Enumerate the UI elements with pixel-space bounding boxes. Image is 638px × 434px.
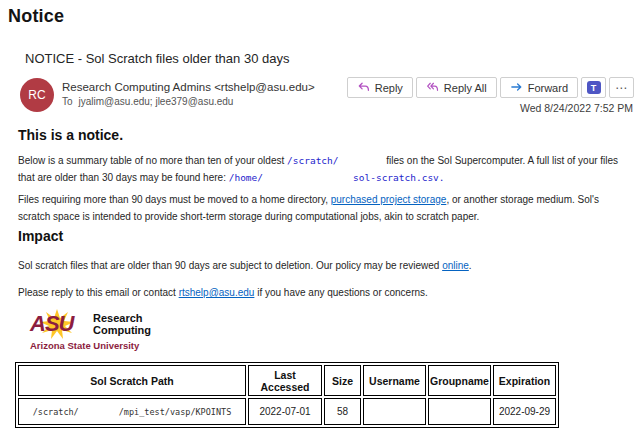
- sent-datetime: Wed 8/24/2022 7:52 PM: [520, 102, 633, 114]
- paragraph-storage-policy: Files requiring more than 90 days must b…: [18, 191, 630, 225]
- forward-label: Forward: [528, 82, 568, 94]
- dept-name: Research Computing: [93, 312, 151, 336]
- header-username: Username: [363, 365, 426, 396]
- header-expiration: Expiration: [493, 365, 556, 396]
- header-sol-scratch-path: Sol Scratch Path: [18, 365, 246, 396]
- teams-icon: T: [587, 81, 601, 94]
- email-action-bar: Reply Reply All Forward T ⋯: [347, 77, 634, 98]
- header-size: Size: [324, 365, 361, 396]
- reply-button[interactable]: Reply: [347, 77, 413, 98]
- cell-groupname: [428, 398, 491, 425]
- redacted-text: [339, 162, 384, 164]
- redacted-text: [79, 413, 119, 415]
- paragraph-contact: Please reply to this email or contact rt…: [18, 284, 630, 301]
- reply-all-button[interactable]: Reply All: [416, 77, 497, 98]
- page-title: Notice: [8, 6, 64, 27]
- cell-size: 58: [324, 398, 361, 425]
- sender-name: Research Computing Admins <rtshelp@asu.e…: [62, 81, 315, 93]
- recipient-addresses: jyalim@asu.edu; jlee379@asu.edu: [79, 96, 234, 107]
- university-name: Arizona State University: [30, 340, 151, 351]
- purchased-project-storage-link[interactable]: purchased project storage: [331, 194, 447, 205]
- email-subject: NOTICE - Sol Scratch files older than 30…: [25, 51, 289, 66]
- policy-online-link[interactable]: online: [442, 260, 469, 271]
- home-path-code: /home/: [229, 172, 263, 183]
- paragraph-summary: Below is a summary table of no more than…: [18, 152, 630, 186]
- rtshelp-email-link[interactable]: rtshelp@asu.edu: [179, 287, 255, 298]
- asu-sunburst-mark: ASU: [30, 311, 86, 337]
- ellipsis-icon: ⋯: [615, 82, 628, 94]
- header-groupname: Groupname: [428, 365, 491, 396]
- notice-heading: This is a notice.: [18, 127, 123, 143]
- cell-username: [363, 398, 426, 425]
- to-label: To: [62, 96, 73, 107]
- cell-expiration: 2022-09-29: [493, 398, 556, 425]
- table-row: /scratch//mpi_test/vasp/KPOINTS 2022-07-…: [18, 398, 556, 425]
- scratch-path-code: /scratch/: [287, 155, 338, 166]
- paragraph-text: Sol scratch files that are older than 90…: [18, 260, 442, 271]
- avatar-initials: RC: [28, 88, 45, 102]
- paragraph-text: Please reply to this email or contact: [18, 287, 179, 298]
- forward-button[interactable]: Forward: [500, 77, 578, 98]
- paragraph-text: Below is a summary table of no more than…: [18, 155, 287, 166]
- recipients-line: Tojyalim@asu.edu; jlee379@asu.edu: [62, 96, 233, 107]
- dept-line2: Computing: [93, 324, 151, 336]
- asu-wordmark: ASU: [30, 311, 73, 337]
- reply-all-label: Reply All: [444, 82, 487, 94]
- header-last-accessed: Last Accessed: [248, 365, 322, 396]
- cell-path: /scratch//mpi_test/vasp/KPOINTS: [18, 398, 246, 425]
- paragraph-text: .: [469, 260, 472, 271]
- asu-research-computing-logo: ASU Research Computing Arizona State Uni…: [30, 311, 151, 351]
- paragraph-text: Files requiring more than 90 days must b…: [18, 194, 331, 205]
- paragraph-deletion-policy: Sol scratch files that are older than 90…: [18, 257, 630, 274]
- path-suffix: /mpi_test/vasp/KPOINTS: [119, 407, 232, 417]
- impact-heading: Impact: [18, 228, 63, 244]
- csv-filename-code: sol-scratch.csv.: [353, 172, 445, 183]
- table-header-row: Sol Scratch Path Last Accessed Size User…: [18, 365, 556, 396]
- paragraph-text: if you have any questions or concerns.: [254, 287, 427, 298]
- forward-icon: [510, 81, 523, 95]
- reply-icon: [357, 81, 370, 95]
- path-prefix: /scratch/: [33, 407, 79, 417]
- reply-label: Reply: [375, 82, 403, 94]
- scratch-files-table: Sol Scratch Path Last Accessed Size User…: [15, 362, 559, 428]
- redacted-text: [263, 179, 353, 181]
- cell-last-accessed: 2022-07-01: [248, 398, 322, 425]
- dept-line1: Research: [93, 312, 151, 324]
- more-actions-button[interactable]: ⋯: [609, 77, 634, 98]
- sender-avatar[interactable]: RC: [20, 78, 54, 112]
- reply-all-icon: [426, 81, 439, 95]
- share-to-teams-button[interactable]: T: [581, 77, 606, 98]
